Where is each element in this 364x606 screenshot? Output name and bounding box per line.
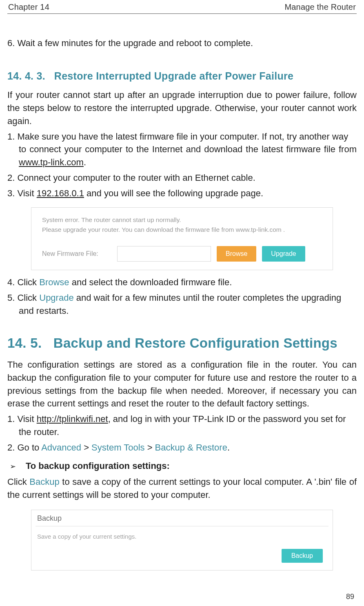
backup-para-a: Click — [7, 477, 29, 487]
step-4: 4. Click Browse and select the downloade… — [7, 276, 357, 289]
step-145-2-a: 2. Go to — [7, 442, 41, 453]
step-3-b: and you will see the following upgrade p… — [84, 188, 263, 198]
backup-para-b: to save a copy of the current settings t… — [7, 477, 357, 500]
step-1-line-c: . — [84, 157, 86, 167]
link-tplinkwifi-net[interactable]: http://tplinkwifi.net — [37, 414, 108, 424]
step-145-2: 2. Go to Advanced > System Tools > Backu… — [7, 441, 357, 454]
upgrade-button[interactable]: Upgrade — [262, 246, 305, 262]
step-145-1-c: the router. — [7, 426, 357, 439]
nav-system-tools: System Tools — [91, 442, 144, 453]
sub-bullet-label: To backup configuration settings: — [26, 461, 170, 471]
backup-screenshot: Backup Save a copy of your current setti… — [31, 510, 333, 570]
link-router-ip[interactable]: 192.168.0.1 — [37, 188, 84, 198]
header-chapter: Chapter 14 — [8, 2, 49, 12]
ss-error-line1: System error. The router cannot start up… — [42, 215, 324, 225]
page-number: 89 — [346, 593, 354, 601]
step-5-upgrade: Upgrade — [39, 293, 73, 303]
step-5-a: 5. Click — [7, 293, 39, 303]
ss-error-line2: Please upgrade your router. You can down… — [42, 225, 324, 235]
step-4-b: and select the downloaded firmware file. — [69, 277, 232, 287]
heading-title: Restore Interrupted Upgrade after Power … — [54, 70, 293, 82]
step-6-text: 6. Wait a few minutes for the upgrade an… — [7, 37, 357, 50]
page-header: Chapter 14 Manage the Router — [7, 0, 357, 14]
browse-button[interactable]: Browse — [217, 246, 256, 262]
step-2: 2. Connect your computer to the router w… — [7, 171, 357, 184]
heading-14-4-3: 14. 4. 3. Restore Interrupted Upgrade af… — [7, 70, 357, 82]
step-5-b: and wait for a few minutes until the rou… — [74, 293, 341, 303]
step-1-line-b: to connect your computer to the Internet… — [19, 144, 357, 154]
step-3-a: 3. Visit — [7, 188, 37, 198]
backup-box-sub: Save a copy of your current settings. — [31, 526, 333, 540]
triangle-bullet-icon: ➢ — [7, 462, 16, 471]
link-tplink-com[interactable]: www.tp-link.com — [19, 157, 84, 167]
heading-number-145: 14. 5. — [7, 335, 42, 351]
sub-bullet-backup: ➢ To backup configuration settings: — [7, 461, 357, 471]
nav-advanced: Advanced — [41, 442, 81, 453]
ss-firmware-label: New Firmware File: — [42, 250, 111, 257]
step-4-a: 4. Click — [7, 277, 39, 287]
backup-box-title: Backup — [31, 510, 333, 526]
step-145-1: 1. Visit http://tplinkwifi.net, and log … — [7, 413, 357, 439]
ss-firmware-input[interactable] — [117, 246, 211, 262]
upgrade-page-screenshot: System error. The router cannot start up… — [31, 207, 333, 270]
section-intro-145: The configuration settings are stored as… — [7, 358, 357, 411]
step-1: 1. Make sure you have the latest firmwar… — [7, 130, 357, 169]
step-5: 5. Click Upgrade and wait for a few minu… — [7, 291, 357, 317]
step-145-1-a: 1. Visit — [7, 414, 37, 424]
heading-title-145: Backup and Restore Configuration Setting… — [53, 335, 337, 351]
header-section: Manage the Router — [284, 2, 356, 12]
backup-button[interactable]: Backup — [282, 549, 323, 563]
nav-backup-restore: Backup & Restore — [155, 442, 227, 453]
step-4-browse: Browse — [39, 277, 69, 287]
step-3: 3. Visit 192.168.0.1 and you will see th… — [7, 187, 357, 200]
backup-para-word: Backup — [29, 477, 59, 487]
step-145-1-b: , and log in with your TP-Link ID or the… — [108, 414, 346, 424]
heading-14-5: 14. 5. Backup and Restore Configuration … — [7, 335, 357, 351]
step-1-line-a: 1. Make sure you have the latest firmwar… — [7, 131, 348, 142]
heading-number: 14. 4. 3. — [7, 70, 45, 82]
section-intro-1443: If your router cannot start up after an … — [7, 89, 357, 128]
step-5-c: and restarts. — [7, 304, 357, 317]
backup-paragraph: Click Backup to save a copy of the curre… — [7, 475, 357, 502]
